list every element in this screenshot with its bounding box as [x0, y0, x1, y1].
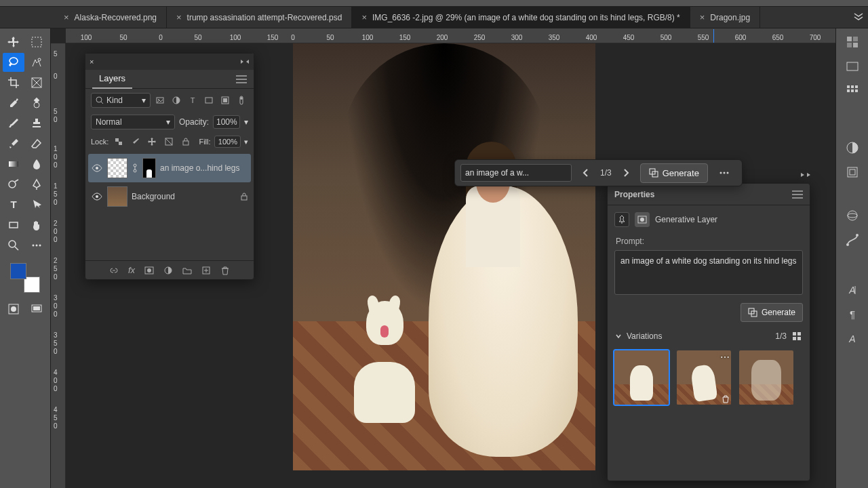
filter-toggle[interactable]: [235, 94, 248, 107]
visibility-icon[interactable]: [91, 190, 103, 203]
close-icon[interactable]: ×: [700, 12, 705, 22]
fx-icon[interactable]: fx: [128, 265, 135, 275]
gradient-tool[interactable]: [3, 155, 24, 174]
type-tool[interactable]: T: [3, 195, 24, 214]
layer-row[interactable]: Background: [88, 182, 251, 211]
more-icon[interactable]: ⋯: [720, 352, 730, 363]
layer-thumbnail[interactable]: [107, 158, 127, 178]
next-variation[interactable]: [618, 165, 633, 180]
tab-img6636[interactable]: ×IMG_6636 -2.jpg @ 29% (an image of a wh…: [352, 7, 690, 28]
screen-mode-tool[interactable]: [26, 300, 47, 319]
character-panel-icon[interactable]: A: [842, 281, 863, 300]
lock-all-icon[interactable]: [179, 135, 193, 148]
prompt-input[interactable]: [460, 164, 572, 182]
new-layer-icon[interactable]: [201, 266, 211, 275]
panel-header[interactable]: ×: [85, 54, 254, 70]
lock-icon[interactable]: [240, 192, 248, 201]
zoom-tool[interactable]: [3, 236, 24, 255]
mask-thumbnail[interactable]: [142, 158, 156, 178]
ruler-horizontal[interactable]: 1005005010015005010015020025030035040045…: [66, 28, 835, 43]
filter-shape-icon[interactable]: [202, 94, 216, 107]
trash-icon[interactable]: [722, 395, 730, 403]
link-layers-icon[interactable]: [109, 266, 119, 275]
trash-icon[interactable]: [220, 266, 230, 275]
frame-tool[interactable]: [26, 73, 47, 92]
paragraph-panel-icon[interactable]: ¶: [842, 305, 863, 324]
more-options[interactable]: [715, 163, 734, 182]
filter-adjustment-icon[interactable]: [170, 94, 183, 107]
eraser-tool[interactable]: [26, 134, 47, 153]
tabs-overflow[interactable]: [853, 11, 864, 22]
variation-thumb-3[interactable]: [739, 350, 793, 405]
generate-button[interactable]: Generate: [741, 303, 803, 322]
close-icon[interactable]: ×: [64, 12, 69, 22]
move-tool[interactable]: [3, 33, 24, 52]
libraries-panel-icon[interactable]: [842, 163, 863, 182]
chevron-down-icon[interactable]: [614, 332, 623, 340]
collapse-icon[interactable]: [240, 58, 250, 65]
blend-mode-select[interactable]: Normal▾: [91, 115, 175, 129]
shape-tool[interactable]: [3, 216, 24, 235]
close-icon[interactable]: ×: [176, 12, 182, 22]
dodge-tool[interactable]: [3, 175, 24, 194]
lock-artboard-icon[interactable]: [162, 135, 176, 148]
lock-transparency-icon[interactable]: [112, 135, 125, 148]
lock-position-icon[interactable]: [146, 135, 159, 148]
pen-tool[interactable]: [26, 175, 47, 194]
path-select-tool[interactable]: [26, 195, 47, 214]
layer-thumbnail[interactable]: [107, 186, 127, 207]
healing-tool[interactable]: [26, 94, 47, 113]
blur-tool[interactable]: [26, 155, 47, 174]
tab-trump[interactable]: ×trump assasination attempt-Recovered.ps…: [167, 7, 352, 28]
layer-name[interactable]: Background: [132, 192, 175, 201]
prompt-textarea[interactable]: an image of a white dog standing on its …: [614, 250, 803, 295]
color-swatches[interactable]: [10, 263, 40, 293]
mask-icon[interactable]: [144, 266, 154, 275]
close-icon[interactable]: ×: [361, 12, 367, 22]
stamp-tool[interactable]: [26, 114, 47, 133]
edit-toolbar[interactable]: [26, 236, 47, 255]
grid-view-icon[interactable]: [791, 330, 803, 342]
close-icon[interactable]: ×: [90, 58, 94, 66]
mask-view-icon[interactable]: [635, 212, 650, 227]
variation-thumb-2[interactable]: ⋯: [677, 350, 731, 405]
swatches-panel-icon[interactable]: [842, 57, 863, 76]
filter-smart-icon[interactable]: [218, 94, 232, 107]
filter-kind-select[interactable]: Kind▾: [91, 93, 151, 108]
paths-panel-icon[interactable]: [842, 230, 863, 249]
opacity-value[interactable]: 100%: [213, 115, 240, 129]
fill-value[interactable]: 100%: [214, 136, 241, 148]
eyedropper-tool[interactable]: [3, 94, 24, 113]
prev-variation[interactable]: [578, 165, 593, 180]
hand-tool[interactable]: [26, 216, 47, 235]
gradients-panel-icon[interactable]: [842, 81, 863, 100]
tab-alaska[interactable]: ×Alaska-Recovered.png: [54, 7, 167, 28]
layer-name[interactable]: an image o...hind legs: [160, 163, 239, 173]
history-brush-tool[interactable]: [3, 134, 24, 153]
panel-menu-icon[interactable]: [236, 75, 247, 83]
foreground-color[interactable]: [10, 263, 26, 279]
3d-panel-icon[interactable]: [842, 206, 863, 225]
marquee-tool[interactable]: [26, 33, 47, 52]
adjustments-panel-icon[interactable]: [842, 138, 863, 157]
crop-tool[interactable]: [3, 73, 24, 92]
layer-row[interactable]: an image o...hind legs: [88, 154, 251, 182]
adjustment-icon[interactable]: [163, 266, 173, 275]
filter-type-icon[interactable]: T: [186, 94, 199, 107]
tab-dragon[interactable]: ×Dragon.jpg: [690, 7, 760, 28]
quick-select-tool[interactable]: [26, 53, 47, 72]
lasso-tool[interactable]: [3, 53, 24, 72]
panel-menu-icon[interactable]: [792, 190, 803, 199]
quick-mask-tool[interactable]: [3, 300, 24, 319]
variation-thumb-1[interactable]: [614, 350, 669, 405]
group-icon[interactable]: [182, 266, 192, 275]
color-panel-icon[interactable]: [842, 33, 863, 52]
generate-button[interactable]: Generate: [640, 163, 708, 183]
visibility-icon[interactable]: [91, 162, 103, 174]
lock-pixels-icon[interactable]: [129, 135, 142, 148]
filter-pixel-icon[interactable]: [153, 94, 167, 107]
pin-icon[interactable]: [614, 212, 629, 227]
collapse-panels-icon[interactable]: [800, 171, 811, 179]
layers-tab[interactable]: Layers: [92, 69, 132, 89]
properties-header[interactable]: Properties: [608, 184, 810, 205]
